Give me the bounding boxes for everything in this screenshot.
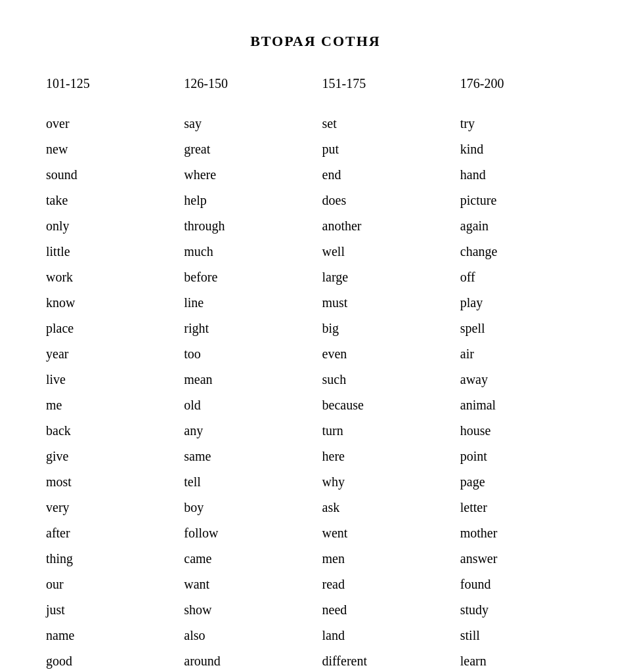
word-cell-col1-row1: great: [177, 136, 315, 162]
word-cell-col0-row13: give: [39, 444, 177, 469]
word-cell-col1-row0: say: [177, 111, 315, 136]
table-row: onlythroughanotheragain: [39, 213, 592, 239]
word-cell-col3-row5: change: [454, 239, 592, 264]
table-row: meoldbecauseanimal: [39, 392, 592, 418]
table-row: oversaysettry: [39, 111, 592, 136]
word-cell-col1-row18: want: [177, 572, 315, 597]
word-cell-col0-row16: after: [39, 520, 177, 546]
table-row: namealsolandstill: [39, 623, 592, 648]
word-cell-col0-row11: me: [39, 392, 177, 418]
table-row: givesameherepoint: [39, 444, 592, 469]
word-cell-col0-row10: live: [39, 367, 177, 392]
word-cell-col0-row20: name: [39, 623, 177, 648]
word-cell-col2-row6: large: [316, 264, 454, 290]
word-cell-col3-row17: answer: [454, 546, 592, 572]
word-cell-col3-row19: study: [454, 597, 592, 623]
word-cell-col3-row11: animal: [454, 392, 592, 418]
word-cell-col0-row5: little: [39, 239, 177, 264]
word-cell-col0-row0: over: [39, 111, 177, 136]
table-row: mosttellwhypage: [39, 469, 592, 495]
table-row: veryboyaskletter: [39, 495, 592, 520]
word-cell-col1-row14: tell: [177, 469, 315, 495]
column-header-3: 176-200: [454, 76, 592, 111]
word-cell-col1-row10: mean: [177, 367, 315, 392]
table-row: soundwhereendhand: [39, 162, 592, 188]
table-row: littlemuchwellchange: [39, 239, 592, 264]
table-row: livemeansuchaway: [39, 367, 592, 392]
word-cell-col2-row21: different: [316, 648, 454, 672]
word-cell-col0-row1: new: [39, 136, 177, 162]
word-cell-col0-row3: take: [39, 188, 177, 213]
table-row: goodarounddifferentlearn: [39, 648, 592, 672]
word-cell-col0-row8: place: [39, 316, 177, 341]
word-cell-col1-row4: through: [177, 213, 315, 239]
word-cell-col2-row1: put: [316, 136, 454, 162]
table-row: thingcamemenanswer: [39, 546, 592, 572]
word-cell-col0-row17: thing: [39, 546, 177, 572]
word-cell-col1-row21: around: [177, 648, 315, 672]
word-cell-col2-row19: need: [316, 597, 454, 623]
word-cell-col2-row8: big: [316, 316, 454, 341]
table-row: backanyturnhouse: [39, 418, 592, 444]
page-title: ВТОРАЯ СОТНЯ: [39, 33, 592, 50]
word-cell-col1-row2: where: [177, 162, 315, 188]
word-cell-col3-row12: house: [454, 418, 592, 444]
table-row: workbeforelargeoff: [39, 264, 592, 290]
word-cell-col0-row2: sound: [39, 162, 177, 188]
word-cell-col3-row13: point: [454, 444, 592, 469]
word-cell-col2-row3: does: [316, 188, 454, 213]
table-row: takehelpdoespicture: [39, 188, 592, 213]
word-cell-col1-row9: too: [177, 341, 315, 367]
word-cell-col3-row10: away: [454, 367, 592, 392]
column-header-1: 126-150: [177, 76, 315, 111]
word-cell-col1-row20: also: [177, 623, 315, 648]
table-row: placerightbigspell: [39, 316, 592, 341]
word-cell-col2-row5: well: [316, 239, 454, 264]
word-cell-col0-row18: our: [39, 572, 177, 597]
word-cell-col1-row5: much: [177, 239, 315, 264]
table-row: newgreatputkind: [39, 136, 592, 162]
column-header-2: 151-175: [316, 76, 454, 111]
table-row: knowlinemustplay: [39, 290, 592, 316]
word-cell-col1-row13: same: [177, 444, 315, 469]
word-cell-col1-row3: help: [177, 188, 315, 213]
word-cell-col1-row11: old: [177, 392, 315, 418]
table-row: justshowneedstudy: [39, 597, 592, 623]
word-cell-col0-row19: just: [39, 597, 177, 623]
word-cell-col3-row8: spell: [454, 316, 592, 341]
word-cell-col2-row15: ask: [316, 495, 454, 520]
word-cell-col2-row20: land: [316, 623, 454, 648]
word-cell-col0-row6: work: [39, 264, 177, 290]
word-cell-col3-row20: still: [454, 623, 592, 648]
word-table: 101-125126-150151-175176-200 oversaysett…: [39, 76, 592, 672]
word-cell-col2-row12: turn: [316, 418, 454, 444]
word-cell-col3-row14: page: [454, 469, 592, 495]
word-cell-col1-row6: before: [177, 264, 315, 290]
word-cell-col2-row4: another: [316, 213, 454, 239]
word-cell-col2-row10: such: [316, 367, 454, 392]
word-cell-col1-row16: follow: [177, 520, 315, 546]
word-cell-col0-row7: know: [39, 290, 177, 316]
word-cell-col2-row14: why: [316, 469, 454, 495]
word-cell-col3-row3: picture: [454, 188, 592, 213]
word-cell-col3-row9: air: [454, 341, 592, 367]
word-cell-col2-row0: set: [316, 111, 454, 136]
word-cell-col3-row4: again: [454, 213, 592, 239]
table-row: ourwantreadfound: [39, 572, 592, 597]
word-cell-col2-row11: because: [316, 392, 454, 418]
table-row: yeartooevenair: [39, 341, 592, 367]
word-cell-col3-row2: hand: [454, 162, 592, 188]
word-cell-col3-row18: found: [454, 572, 592, 597]
word-cell-col0-row4: only: [39, 213, 177, 239]
word-cell-col2-row2: end: [316, 162, 454, 188]
word-cell-col1-row12: any: [177, 418, 315, 444]
word-cell-col2-row16: went: [316, 520, 454, 546]
word-cell-col3-row16: mother: [454, 520, 592, 546]
word-cell-col1-row19: show: [177, 597, 315, 623]
word-cell-col0-row9: year: [39, 341, 177, 367]
word-cell-col2-row7: must: [316, 290, 454, 316]
word-cell-col3-row7: play: [454, 290, 592, 316]
table-row: afterfollowwentmother: [39, 520, 592, 546]
word-cell-col3-row15: letter: [454, 495, 592, 520]
word-cell-col3-row21: learn: [454, 648, 592, 672]
